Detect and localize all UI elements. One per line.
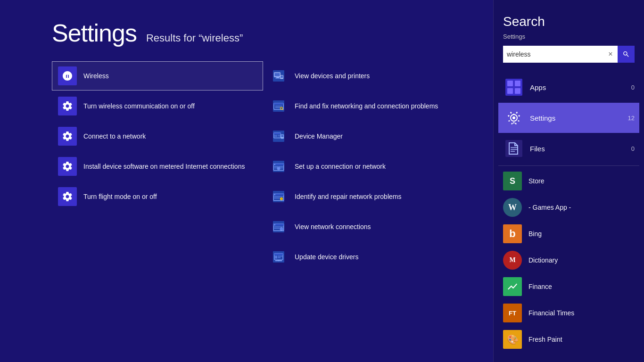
games-icon: W xyxy=(503,198,522,217)
icon-find-fix xyxy=(269,97,288,115)
svg-rect-48 xyxy=(274,228,280,229)
fresh-paint-icon: 🎨 xyxy=(503,330,522,349)
search-title: Search xyxy=(503,14,635,29)
results-area: Wireless Turn wireless communication on … xyxy=(52,61,474,272)
search-submit-button[interactable] xyxy=(618,46,635,63)
label-device-manager: Device Manager xyxy=(295,132,343,140)
result-device-manager[interactable]: Device Manager xyxy=(263,122,474,151)
svg-rect-2 xyxy=(275,73,280,76)
category-files[interactable]: Files 0 xyxy=(498,133,639,164)
search-input-row[interactable]: × xyxy=(503,46,635,63)
svg-rect-54 xyxy=(274,254,283,255)
right-results-column: View devices and printers Find and fix n xyxy=(263,61,474,272)
svg-rect-39 xyxy=(274,196,283,197)
label-identify-repair: Identify and repair network problems xyxy=(295,192,401,201)
icon-view-devices xyxy=(269,66,288,85)
result-turn-wireless[interactable]: Turn wireless communication on or off xyxy=(52,91,263,121)
fresh-paint-label: Fresh Paint xyxy=(528,336,562,343)
label-update-drivers: Update device drivers xyxy=(295,253,358,261)
files-count: 0 xyxy=(631,145,635,152)
settings-icon-turn-wireless xyxy=(58,97,77,115)
finance-label: Finance xyxy=(528,283,552,290)
ft-icon: FT xyxy=(503,304,522,322)
category-apps[interactable]: Apps 0 xyxy=(498,72,639,102)
svg-rect-20 xyxy=(278,137,280,137)
svg-rect-38 xyxy=(274,194,275,195)
svg-rect-10 xyxy=(274,103,283,105)
svg-rect-62 xyxy=(515,81,520,86)
results-subtitle: Results for “wireless” xyxy=(146,32,243,44)
svg-rect-6 xyxy=(281,75,283,78)
svg-point-7 xyxy=(281,78,282,79)
svg-rect-61 xyxy=(507,81,513,86)
settings-category-info: Settings 12 xyxy=(530,114,635,122)
right-sidebar: Search Settings × Apps xyxy=(493,0,644,362)
svg-rect-17 xyxy=(274,133,281,134)
icon-device-manager xyxy=(269,127,288,146)
files-icon xyxy=(504,139,523,158)
search-section: Search Settings × xyxy=(494,0,644,72)
apps-category-info: Apps 0 xyxy=(530,83,635,91)
files-category-info: Files 0 xyxy=(530,145,635,153)
label-view-devices: View devices and printers xyxy=(295,72,370,80)
label-install-device: Install device software on metered Inter… xyxy=(83,162,245,171)
svg-rect-30 xyxy=(279,166,283,167)
result-identify-repair[interactable]: ! Identify and repair network problems xyxy=(263,182,474,211)
icon-setup-connection xyxy=(269,157,288,176)
result-find-fix[interactable]: Find and fix networking and connection p… xyxy=(263,91,474,121)
icon-update-drivers xyxy=(269,247,288,266)
settings-icon-flight xyxy=(58,187,77,206)
icon-view-connections xyxy=(269,217,288,236)
icon-identify-repair: ! xyxy=(269,187,288,206)
app-dictionary[interactable]: M Dictionary xyxy=(498,247,639,273)
games-label: - Games App - xyxy=(528,204,571,211)
category-settings[interactable]: Settings 12 xyxy=(498,103,639,133)
svg-rect-64 xyxy=(515,88,520,94)
search-clear-button[interactable]: × xyxy=(603,46,618,63)
ft-label: Financial Times xyxy=(528,309,574,317)
result-update-drivers[interactable]: Update device drivers xyxy=(263,242,474,272)
dictionary-label: Dictionary xyxy=(528,256,558,264)
result-wireless[interactable]: Wireless xyxy=(52,61,263,90)
svg-rect-19 xyxy=(278,135,280,136)
result-install-device[interactable]: Install device software on metered Inter… xyxy=(52,152,263,181)
result-view-devices[interactable]: View devices and printers xyxy=(263,61,474,90)
result-view-connections[interactable]: View network connections xyxy=(263,212,474,241)
page-title: Settings xyxy=(52,19,137,47)
left-results-column: Wireless Turn wireless communication on … xyxy=(52,61,263,272)
app-financial-times[interactable]: FT Financial Times xyxy=(498,300,639,326)
svg-rect-4 xyxy=(275,78,280,78)
app-fresh-paint[interactable]: 🎨 Fresh Paint xyxy=(498,326,639,353)
app-store[interactable]: S Store xyxy=(498,168,639,194)
result-setup-connection[interactable]: Set up a connection or network xyxy=(263,152,474,181)
settings-icon-install xyxy=(58,157,77,176)
sidebar-divider xyxy=(498,165,639,166)
app-finance[interactable]: Finance xyxy=(498,273,639,300)
svg-rect-40 xyxy=(274,197,280,198)
settings-count: 12 xyxy=(628,115,635,122)
svg-rect-47 xyxy=(274,226,283,227)
svg-point-67 xyxy=(512,116,515,119)
label-find-fix: Find and fix networking and connection p… xyxy=(295,102,438,110)
result-flight-mode[interactable]: Turn flight mode on or off xyxy=(52,182,263,211)
svg-rect-28 xyxy=(274,166,278,167)
svg-rect-55 xyxy=(275,256,277,259)
svg-rect-56 xyxy=(278,256,282,257)
label-turn-wireless: Turn wireless communication on or off xyxy=(83,102,195,110)
search-input[interactable] xyxy=(503,46,603,63)
store-icon: S xyxy=(503,172,522,190)
svg-rect-22 xyxy=(281,135,283,137)
result-connect-network[interactable]: Connect to a network xyxy=(52,122,263,151)
svg-rect-27 xyxy=(274,164,275,165)
search-context: Settings xyxy=(503,33,635,40)
label-connect-network: Connect to a network xyxy=(83,132,146,140)
app-bing[interactable]: b Bing xyxy=(498,221,639,247)
bing-label: Bing xyxy=(528,230,542,238)
label-flight-mode: Turn flight mode on or off xyxy=(83,192,157,201)
label-wireless: Wireless xyxy=(83,72,109,80)
settings-icon-wireless xyxy=(58,66,77,85)
app-games[interactable]: W - Games App - xyxy=(498,194,639,221)
label-setup-connection: Set up a connection or network xyxy=(295,162,386,171)
dictionary-icon: M xyxy=(503,251,522,270)
store-label: Store xyxy=(528,177,544,185)
